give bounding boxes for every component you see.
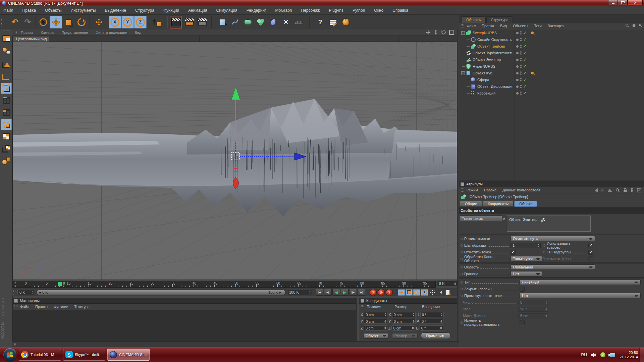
taskbar-clock[interactable]: 20:50 21.12.2014 [620,351,638,359]
menu-render[interactable]: Рендеринг [247,8,266,13]
object-manager-handle[interactable] [461,24,464,28]
attributes-menu-handle[interactable] [461,188,464,192]
layer-dot[interactable] [516,65,519,68]
current-frame-spinner[interactable]: 0 K [17,290,35,295]
keyframe-selection-button[interactable]: ? [386,289,393,296]
coordinate-system-button[interactable] [148,16,164,28]
om-menu-tags[interactable]: Теги [534,24,542,28]
materials-menu-texture[interactable]: Текстура [74,305,90,309]
intermediate-points-dropdown[interactable]: Нет [520,293,641,298]
close-spline-checkbox[interactable] [520,287,525,292]
tp-subgroups-checkbox[interactable]: ✓ [588,250,593,255]
materials-menu-edit[interactable]: Правка [35,305,48,309]
om-menu-edit[interactable]: Правка [482,24,494,28]
position-x-field[interactable]: 0 cm [364,312,387,317]
layer-dot[interactable] [516,92,519,95]
key-icon[interactable] [639,23,643,27]
scope-dropdown[interactable]: Глобальная [511,264,595,270]
add-floor-button[interactable] [292,16,305,28]
key-pla-button[interactable] [429,289,436,296]
tab-coordinates[interactable]: Координаты [483,201,514,207]
transport-handle[interactable] [13,290,16,295]
enabled-check[interactable]: ✓ [523,91,527,96]
menu-edit[interactable]: Правка [22,8,36,13]
layer-dot[interactable] [516,52,519,54]
rotation-h-field[interactable]: 0 ° [420,312,444,317]
last-tool-button[interactable] [93,16,105,28]
attributes-panel-icon[interactable] [461,182,464,186]
tree-item-emitter[interactable]: Объект Эмиттер ✓ [459,56,644,63]
tree-item-cube[interactable]: − Объект Куб ✓ [459,70,644,76]
viewport-menu-edit[interactable]: Правка [21,31,33,35]
visibility-toggles[interactable] [520,65,522,68]
tab-structure[interactable]: Структура [486,16,513,23]
visibility-toggles[interactable] [520,85,522,88]
size-y-field[interactable]: 0 cm [392,319,416,324]
rotate-tool-button[interactable] [75,16,88,28]
om-menu-bookmark[interactable]: Закладка [548,24,564,28]
attr-menu-userdata[interactable]: Данные пользователя [502,188,540,192]
tab-objects[interactable]: Объекты [462,16,486,23]
taskbar-app-chrome[interactable]: Tutorial 03 - Muta... [19,349,61,361]
mode-toolbar-handle[interactable] [1,30,11,32]
start-button[interactable] [3,348,16,361]
materials-menu-functions[interactable]: Функции [54,305,68,309]
current-frame-marker[interactable] [58,282,62,286]
layer-dot[interactable] [516,79,519,81]
zoom-view-icon[interactable] [434,30,438,35]
layer-dot[interactable] [516,72,519,74]
tree-item-turbulence[interactable]: Объект Турбулентность ✓ [459,50,644,56]
layer-dot[interactable] [516,85,519,88]
status-handle[interactable] [14,343,16,346]
viewport-label[interactable]: Центральный вид [13,37,49,42]
visibility-toggles[interactable] [520,71,522,75]
timeline-ruler[interactable]: 0510152025303540455055606570758085909510… [12,281,436,288]
search-icon[interactable] [625,23,629,27]
texture-mode-button[interactable] [1,131,12,142]
object-properties-header[interactable]: Свойства объекта [459,207,644,214]
new-panel-icon[interactable] [637,188,641,192]
attr-menu-edit[interactable]: Правка [484,188,496,192]
angle-spinner[interactable]: 90 ° [518,307,548,312]
menu-plugins[interactable]: Plug-ins [329,8,343,13]
visibility-toggles[interactable] [520,58,522,61]
play-backward-button[interactable]: ◀ [332,289,340,296]
menu-tools[interactable]: Инструменты [71,8,96,13]
toolbar-drag-handle[interactable] [1,17,4,27]
coordinates-menu-handle[interactable] [361,305,364,309]
next-key-button[interactable]: |▶ [349,289,357,296]
search-icon[interactable] [615,188,620,192]
enabled-check[interactable]: ✓ [523,37,527,42]
reverse-sequence-checkbox[interactable] [520,320,525,325]
minimize-button[interactable] [608,0,618,5]
render-settings-button[interactable] [196,16,208,28]
content-browser-button[interactable] [327,16,339,28]
toggle-view-icon[interactable] [449,30,454,35]
menu-functions[interactable]: Функции [163,8,179,13]
texture-axis-mode-button[interactable] [1,143,12,154]
enabled-check[interactable]: ✓ [523,31,527,35]
traced-surface-mesh[interactable] [13,99,457,216]
visibility-toggles[interactable] [520,51,522,55]
tab-general[interactable]: Общие [460,201,482,207]
layer-dot[interactable] [516,59,519,61]
attr-menu-mode[interactable]: Режим [467,188,478,192]
taskbar-app-cinema4d[interactable]: CINEMA 4D Studi... [107,349,150,361]
live-selection-button[interactable] [37,16,49,28]
lock-icon[interactable] [623,188,627,192]
link-icon[interactable] [631,188,634,192]
tag-icon[interactable] [531,32,534,34]
enabled-check[interactable]: ✓ [523,57,527,62]
viewport-canvas[interactable]: Y Z X [12,42,457,280]
key-position-button[interactable] [398,289,405,296]
edge-mode-button[interactable] [1,95,12,106]
collapse-icon[interactable]: − [461,31,465,35]
position-y-field[interactable]: 0 cm [364,319,387,324]
timeline-range-slider[interactable]: ◀0 K 100 K▶ [37,290,285,295]
tracer-link-box[interactable]: Объект Эмиттер [507,216,591,232]
undo-button[interactable]: ↶ [9,16,21,28]
redo-button[interactable]: ↷ [21,16,34,28]
mark-mode-dropdown[interactable]: Отметить путь [511,236,595,241]
materials-panel-icon[interactable] [14,299,18,303]
play-forward-button[interactable]: ▶ [341,289,348,296]
